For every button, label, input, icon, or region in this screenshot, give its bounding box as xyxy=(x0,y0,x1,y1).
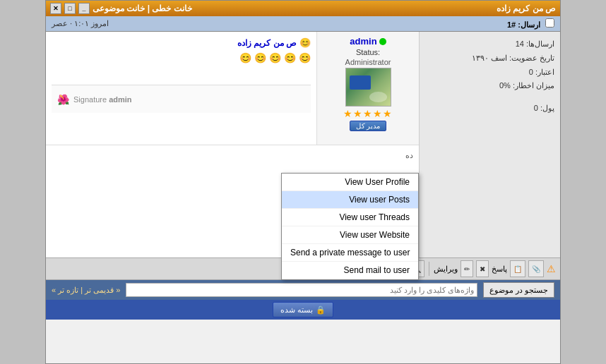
context-view-threads[interactable]: View user Threads xyxy=(282,209,418,226)
toolbar-attach-btn[interactable]: 📎 xyxy=(528,260,544,277)
toolbar-edit-label: ویرایش xyxy=(434,265,458,274)
context-private-message[interactable]: Send a private message to user xyxy=(282,244,418,262)
sig-username: admin xyxy=(109,95,131,104)
toolbar-delete-btn[interactable]: ✖ xyxy=(476,260,489,277)
nav-links: « قدیمی تر | تازه تر » xyxy=(52,286,120,295)
close-label: بسته شده xyxy=(280,305,313,314)
search-topic-button[interactable]: جستجو در موضوع xyxy=(483,282,554,298)
window-title-left: خانت خطی | خانت موضوعی xyxy=(93,4,192,13)
warning-value: %0 xyxy=(499,81,511,90)
post-top: admin Status: Administrator ★★★★★ مدیر ک… xyxy=(46,32,419,145)
context-send-mail[interactable]: Send mail to user xyxy=(282,262,418,279)
main-content: ارسال‌ها: 14 تاریخ عضویت: اسف ۱۳۹۰ اعتبا… xyxy=(46,32,560,257)
post-number: ارسال: #1 xyxy=(507,20,540,29)
title-left: خانت خطی | خانت موضوعی _ □ ✕ xyxy=(50,3,192,14)
status-label: Status: xyxy=(356,48,380,56)
alert-icon: ⚠ xyxy=(547,263,556,274)
money-label: پول: xyxy=(540,104,554,112)
post-author-row: 😊 ص من کریم زاده xyxy=(52,37,311,48)
sig-label: Signature xyxy=(73,95,107,104)
online-indicator xyxy=(379,38,386,45)
warning-row: میزان اخطار: %0 xyxy=(425,79,554,93)
post-text: ده xyxy=(52,151,413,160)
username-row: admin xyxy=(350,36,386,47)
context-menu: View User Profile View user Posts View u… xyxy=(281,173,419,280)
post-checkbox[interactable] xyxy=(545,18,554,28)
window-title-right: ص من کریم زاده xyxy=(497,4,556,13)
user-sidebar: ارسال‌ها: 14 تاریخ عضویت: اسف ۱۳۹۰ اعتبا… xyxy=(419,32,560,257)
context-view-website[interactable]: View user Website xyxy=(282,226,418,244)
smileys-row: 😊 😊 😊 😊 😊 xyxy=(52,52,311,63)
status-value: Administrator xyxy=(345,58,391,66)
timestamp: امروز ۱:۰۱ · عصر xyxy=(52,19,109,28)
warning-label: میزان اخطار: xyxy=(513,81,554,90)
minimize-button[interactable]: _ xyxy=(78,3,90,14)
search-bar: جستجو در موضوع « قدیمی تر | تازه تر » xyxy=(46,280,560,300)
sub-header: ارسال: #1 امروز ۱:۰۱ · عصر xyxy=(46,16,560,32)
username-link[interactable]: admin xyxy=(350,36,376,47)
join-date-row: تاریخ عضویت: اسف ۱۳۹۰ xyxy=(425,51,554,66)
lock-icon: 🔒 xyxy=(316,305,326,314)
sig-text: Signature admin xyxy=(73,95,132,104)
posts-value: 14 xyxy=(516,40,524,48)
credit-label: اعتبار: xyxy=(535,68,554,76)
toolbar-edit-btn[interactable]: ✏ xyxy=(461,260,473,277)
money-value: 0 xyxy=(534,104,538,112)
status-row: Status: xyxy=(356,48,380,56)
close-button-bottom[interactable]: 🔒 بسته شده xyxy=(273,302,333,317)
signature-area: 🌺 Signature admin xyxy=(52,85,311,113)
maximize-button[interactable]: □ xyxy=(64,3,76,14)
post-author-name: ص من کریم زاده xyxy=(237,38,297,48)
title-right: ص من کریم زاده xyxy=(497,4,556,13)
bottom-nav: 🔒 بسته شده xyxy=(46,300,560,320)
posts-label: ارسال‌ها: xyxy=(526,40,554,48)
credit-value: 0 xyxy=(529,68,533,76)
credit-row: اعتبار: 0 xyxy=(425,66,554,80)
post-content-area: 😊 ص من کریم زاده 😊 😊 😊 😊 😊 🌺 Signature a… xyxy=(46,32,316,145)
context-view-posts[interactable]: View user Posts xyxy=(282,191,418,209)
stars: ★★★★★ xyxy=(343,108,393,119)
avatar xyxy=(345,68,391,107)
search-input[interactable] xyxy=(126,283,477,297)
context-view-profile[interactable]: View User Profile xyxy=(282,174,418,191)
sig-flower-icon: 🌺 xyxy=(57,94,69,105)
post-area: admin Status: Administrator ★★★★★ مدیر ک… xyxy=(46,32,419,257)
money-row: پول: 0 xyxy=(425,102,554,116)
smiley-face-icon: 😊 xyxy=(299,37,311,48)
toolbar-reply-label: پاسخ xyxy=(492,265,507,274)
toolbar-sep-1 xyxy=(429,262,429,276)
mod-badge: مدیر کل xyxy=(350,121,387,131)
checkbox-area: ارسال: #1 xyxy=(507,18,554,30)
posts-count-row: ارسال‌ها: 14 xyxy=(425,37,554,51)
toolbar-reply-btn[interactable]: 📋 xyxy=(510,260,525,277)
close-button[interactable]: ✕ xyxy=(50,3,61,14)
user-panel: admin Status: Administrator ★★★★★ مدیر ک… xyxy=(316,32,419,145)
title-bar: ص من کریم زاده خانت خطی | خانت موضوعی _ … xyxy=(46,1,560,16)
